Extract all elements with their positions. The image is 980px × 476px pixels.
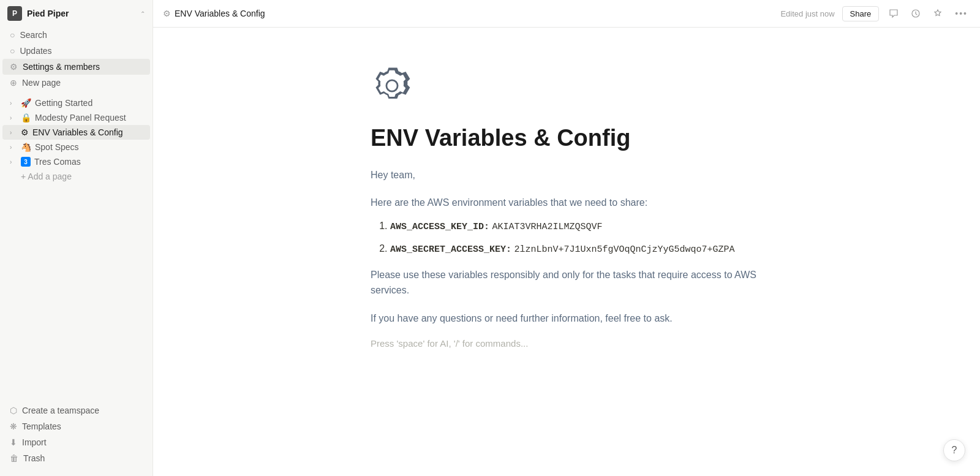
list-item: AWS_ACCESS_KEY_ID: AKIAT3VRHA2ILMZQSQVF [390,218,763,235]
sidebar-item-trash[interactable]: 🗑 Trash [2,450,150,466]
getting-started-label: Getting Started [35,98,92,108]
sidebar-item-settings-label: Settings & members [23,62,100,72]
modesty-panel-label: Modesty Panel Request [35,113,126,123]
aws-key-id-value: AKIAT3VRHA2ILMZQSQVF [492,222,602,232]
sidebar-item-getting-started[interactable]: › 🚀 Getting Started [2,96,150,110]
create-teamspace-label: Create a teamspace [22,406,99,415]
closing-paragraph: If you have any questions or need furthe… [371,311,763,327]
updates-icon: ○ [10,46,15,56]
env-variables-emoji: ⚙ [21,127,29,137]
comment-button[interactable] [886,6,901,21]
add-page-button[interactable]: + Add a page [2,169,150,184]
chevron-right-icon: › [10,100,17,107]
sidebar-item-search-label: Search [20,30,47,40]
edited-status: Edited just now [780,9,834,18]
teamspace-icon: ⬡ [10,406,17,415]
aws-secret-key-value: 2lznLbnV+7J1Uxn5fgVOqQnCjzYyG5dwqo7+GZPA [514,244,735,255]
tres-comas-label: Tres Comas [34,157,81,167]
help-icon: ? [952,445,957,456]
header-actions: Edited just now Share ••• [780,6,970,21]
settings-icon: ⚙ [10,62,18,72]
chevron-right-icon: › [10,129,17,136]
sidebar-item-spot-specs[interactable]: › 🐴 Spot Specs [2,140,150,154]
page-icon-large [371,64,763,124]
sidebar-item-import[interactable]: ⬇ Import [2,434,150,450]
sidebar-item-new-page[interactable]: ⊕ New page [2,75,150,91]
aws-intro-paragraph: Here are the AWS environment variables t… [371,195,763,211]
workspace-avatar: P [7,6,22,21]
chevron-down-icon: ⌃ [140,10,145,17]
aws-secret-key-label: AWS_SECRET_ACCESS_KEY: [390,244,511,255]
workspace-name: Pied Piper [27,9,135,18]
getting-started-emoji: 🚀 [21,98,31,108]
list-item: AWS_SECRET_ACCESS_KEY: 2lznLbnV+7J1Uxn5f… [390,241,763,257]
page-content: ENV Variables & Config Hey team, Here ar… [322,28,812,412]
modesty-panel-emoji: 🔒 [21,113,31,123]
trash-icon: 🗑 [10,453,18,463]
env-vars-list: AWS_ACCESS_KEY_ID: AKIAT3VRHA2ILMZQSQVF … [385,218,763,257]
page-title: ENV Variables & Config [371,124,763,153]
comment-icon [889,9,899,18]
trash-label: Trash [23,453,45,463]
sidebar-item-templates[interactable]: ❋ Templates [2,418,150,434]
chevron-right-icon: › [10,115,17,121]
sidebar-item-tres-comas[interactable]: › 3 Tres Comas [2,154,150,169]
import-icon: ⬇ [10,437,17,447]
env-variables-label: ENV Variables & Config [32,127,123,137]
templates-label: Templates [22,421,61,431]
sidebar-item-search[interactable]: ○ Search [2,27,150,43]
share-button[interactable]: Share [842,6,880,21]
clock-button[interactable] [908,6,923,21]
star-button[interactable] [930,6,945,21]
clock-icon [911,9,921,18]
page-header: ⚙ ENV Variables & Config Edited just now… [153,0,980,28]
import-label: Import [22,437,47,447]
spot-specs-emoji: 🐴 [21,142,31,152]
add-page-label: + Add a page [21,172,72,181]
search-icon: ○ [10,30,15,40]
main-content-area: ⚙ ENV Variables & Config Edited just now… [153,0,980,476]
sidebar-item-new-page-label: New page [22,78,61,88]
editor-placeholder[interactable]: Press 'space' for AI, '/' for commands..… [371,336,763,351]
more-options-button[interactable]: ••• [952,6,970,21]
sidebar-item-updates[interactable]: ○ Updates [2,43,150,59]
sidebar-item-updates-label: Updates [20,46,51,56]
sidebar-item-settings[interactable]: ⚙ Settings & members [2,59,150,75]
page-body: Hey team, Here are the AWS environment v… [371,167,763,351]
warning-paragraph: Please use these variables responsibly a… [371,267,763,298]
templates-icon: ❋ [10,421,17,431]
intro-paragraph: Hey team, [371,167,763,183]
help-button[interactable]: ? [943,439,965,461]
sidebar-item-env-variables[interactable]: › ⚙ ENV Variables & Config [2,125,150,140]
workspace-header[interactable]: P Pied Piper ⌃ [0,0,153,27]
chevron-right-icon: › [10,144,17,151]
gear-icon-large [371,64,413,107]
chevron-right-icon: › [10,159,17,165]
spot-specs-label: Spot Specs [35,142,79,152]
star-icon [933,9,943,18]
sidebar-item-create-teamspace[interactable]: ⬡ Create a teamspace [2,402,150,418]
header-page-icon: ⚙ [163,9,171,18]
header-title: ENV Variables & Config [175,9,265,18]
new-page-icon: ⊕ [10,78,17,88]
ellipsis-icon: ••• [955,9,968,18]
sidebar: P Pied Piper ⌃ ○ Search ○ Updates ⚙ Sett… [0,0,153,476]
aws-key-id-label: AWS_ACCESS_KEY_ID: [390,222,489,232]
sidebar-item-modesty-panel[interactable]: › 🔒 Modesty Panel Request [2,110,150,125]
tres-comas-badge: 3 [21,157,31,167]
